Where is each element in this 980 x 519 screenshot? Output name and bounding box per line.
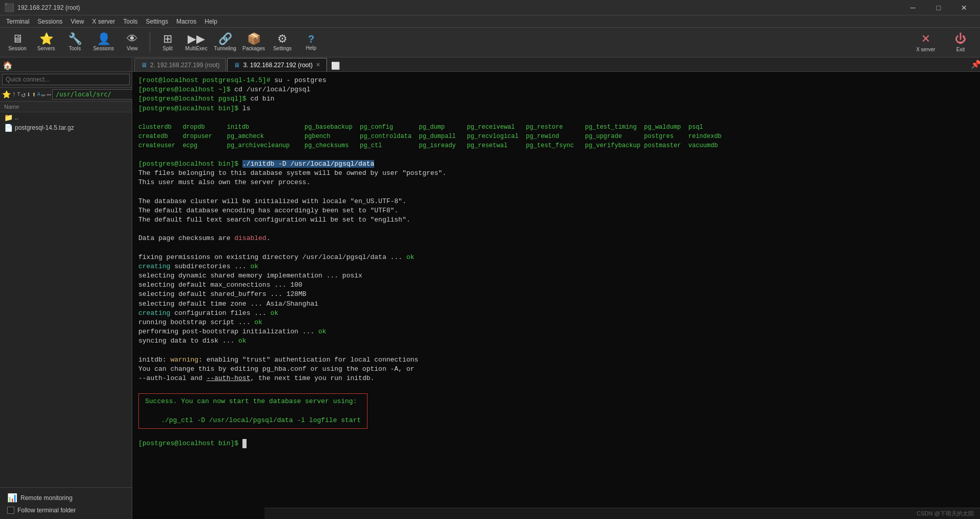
menu-xserver[interactable]: X server	[88, 17, 119, 26]
terminal-out-17: initdb: warning: enabling "trust" authen…	[138, 355, 974, 365]
file-icon: 📄	[4, 124, 13, 132]
settings-icon: ⚙	[277, 33, 288, 45]
file-item-parent-label: ..	[15, 114, 18, 121]
sessions-icon: 👤	[97, 33, 111, 45]
menu-view[interactable]: View	[67, 17, 88, 26]
servers-button[interactable]: ⭐ Servers	[33, 30, 59, 55]
sidebar-upload-button[interactable]: ⬆	[32, 89, 36, 100]
terminal-line-2: [postgres@localhost ~]$ cd /usr/local/pg…	[138, 85, 974, 94]
name-column-header: Name	[4, 104, 19, 110]
sidebar-more-button[interactable]: ⋯	[47, 89, 51, 100]
sidebar-refresh-button[interactable]: ↺	[21, 89, 25, 100]
terminal-out-7: fixing permissions on existing directory…	[138, 253, 974, 262]
toolbar: 🖥 Session ⭐ Servers 🔧 Tools 👤 Sessions 👁…	[0, 28, 980, 57]
file-item-parent[interactable]: 📁 ..	[0, 112, 132, 123]
sessions-button[interactable]: 👤 Sessions	[90, 30, 117, 55]
packages-button[interactable]: 📦 Packages	[240, 30, 267, 55]
follow-terminal-checkbox[interactable]	[7, 507, 14, 514]
success-line-2: ./pg_ctl -D /usr/local/pgsql/data -l log…	[145, 416, 361, 425]
remote-monitor-button[interactable]: 📊 Remote monitoring	[4, 491, 128, 505]
tab3-close[interactable]: ✕	[316, 62, 320, 68]
sidebar-text-button[interactable]: T	[17, 89, 20, 100]
settings-button[interactable]: ⚙ Settings	[269, 30, 296, 55]
sidebar: ⭐ ↑ T ↺ ⬇ ⬆ A ✏ ⋯ ✓ Name 📁 .. 📄 postgres…	[0, 72, 132, 519]
prompt-user-1: [root@localhost postgresql-14.5]#	[138, 76, 270, 84]
prompt-user-3: [postgres@localhost pgsql]$	[138, 95, 247, 103]
terminal-line-3: [postgres@localhost pgsql]$ cd bin	[138, 94, 974, 104]
menu-macros[interactable]: Macros	[172, 17, 200, 26]
terminal-area[interactable]: [root@localhost postgresql-14.5]# su - p…	[132, 72, 980, 519]
success-box: Success. You can now start the database …	[138, 393, 368, 429]
window-title: 192.168.227.192 (root)	[17, 4, 901, 11]
sidebar-up-button[interactable]: ↑	[12, 89, 16, 100]
sidebar-path-input[interactable]	[52, 89, 138, 99]
terminal-out-5: The default full text search configurati…	[138, 215, 974, 225]
prompt-user-4: [postgres@localhost bin]$	[138, 105, 238, 112]
tab-extra-button[interactable]: ⬜	[330, 60, 341, 71]
tab3-label: 3. 192.168.227.192 (root)	[243, 62, 312, 69]
sidebar-fav-button[interactable]: ⭐	[2, 89, 11, 100]
sidebar-a-button[interactable]: A	[37, 89, 40, 100]
terminal-out-15: performing post-bootstrap initialization…	[138, 327, 974, 336]
split-button[interactable]: ⊞ Split	[154, 30, 181, 55]
help-label: Help	[306, 45, 317, 51]
help-button[interactable]: ? Help	[298, 30, 324, 55]
tunneling-button[interactable]: 🔗 Tunneling	[212, 30, 238, 55]
terminal-ls-output: clusterdb dropdb initdb pg_basebackup pg…	[138, 113, 974, 159]
prompt-user-2: [postgres@localhost ~]$	[138, 86, 230, 93]
maximize-button[interactable]: □	[927, 0, 950, 15]
cmd-3: cd bin	[250, 95, 274, 103]
terminal-line-1: [root@localhost postgresql-14.5]# su - p…	[138, 76, 974, 85]
session-button[interactable]: 🖥 Session	[4, 30, 31, 55]
statusbar-right-text: CSDN @下雨天的太阳	[917, 510, 974, 517]
tools-icon: 🔧	[68, 33, 82, 45]
menu-help[interactable]: Help	[200, 17, 221, 26]
session-label: Session	[8, 46, 27, 51]
tab-session3[interactable]: 🖥 3. 192.168.227.192 (root) ✕	[227, 58, 326, 71]
multiexec-label: MultiExec	[185, 46, 207, 51]
xserver-button[interactable]: ✕ X server	[910, 30, 941, 55]
prompt-user-5: [postgres@localhost bin]$	[138, 160, 238, 168]
tab-bar: 🖥 2. 192.168.227.199 (root) 🖥 3. 192.168…	[132, 57, 972, 71]
servers-icon: ⭐	[39, 33, 53, 45]
menu-terminal[interactable]: Terminal	[2, 17, 33, 26]
tools-button[interactable]: 🔧 Tools	[62, 30, 88, 55]
sidebar-bottom: 📊 Remote monitoring Follow terminal fold…	[0, 487, 132, 519]
terminal-final-prompt: [postgres@localhost bin]$	[138, 439, 974, 448]
sessions-label: Sessions	[93, 46, 114, 51]
main-area: ⭐ ↑ T ↺ ⬇ ⬆ A ✏ ⋯ ✓ Name 📁 .. 📄 postgres…	[0, 72, 980, 519]
terminal-out-12: selecting default time zone ... Asia/Sha…	[138, 300, 974, 309]
help-icon: ?	[308, 34, 314, 44]
terminal-out-4: The default database encoding has accord…	[138, 206, 974, 215]
close-button[interactable]: ✕	[952, 0, 976, 15]
view-button[interactable]: 👁 View	[119, 30, 146, 55]
menu-tools[interactable]: Tools	[119, 17, 142, 26]
folder-icon: 📁	[4, 113, 13, 122]
quick-connect-input[interactable]	[2, 74, 130, 85]
minimize-button[interactable]: ─	[901, 0, 925, 15]
terminal-out-18: You can change this by editing pg_hba.co…	[138, 365, 974, 374]
menu-sessions[interactable]: Sessions	[33, 17, 67, 26]
file-list-header: Name	[0, 102, 132, 112]
session-icon: 🖥	[12, 33, 23, 45]
multiexec-button[interactable]: ▶▶ MultiExec	[183, 30, 210, 55]
cmd-2: cd /usr/local/pgsql	[234, 86, 310, 93]
toolbar-separator-1	[150, 32, 150, 53]
sidebar-toolbar: ⭐ ↑ T ↺ ⬇ ⬆ A ✏ ⋯ ✓	[0, 88, 132, 102]
sidebar-download-button[interactable]: ⬇	[27, 89, 31, 100]
tab-session2[interactable]: 🖥 2. 192.168.227.199 (root)	[134, 58, 226, 71]
terminal-out-13: creating configuration files ... ok	[138, 309, 974, 318]
terminal-options-button[interactable]: 📌	[972, 57, 980, 71]
sidebar-edit-button[interactable]: ✏	[42, 89, 46, 100]
cursor	[242, 439, 247, 448]
menu-settings[interactable]: Settings	[142, 17, 172, 26]
tab2-label: 2. 192.168.227.199 (root)	[150, 62, 219, 69]
settings-label: Settings	[273, 46, 292, 51]
file-item-tarball-label: postgresql-14.5.tar.gz	[15, 124, 74, 131]
exit-button[interactable]: ⏻ Exit	[945, 30, 976, 55]
file-item-tarball[interactable]: 📄 postgresql-14.5.tar.gz	[0, 123, 132, 133]
tunneling-icon: 🔗	[218, 33, 232, 45]
sidebar-home-icon[interactable]: 🏠	[2, 60, 13, 71]
success-line-1: Success. You can now start the database …	[145, 397, 361, 406]
view-label: View	[127, 46, 138, 51]
